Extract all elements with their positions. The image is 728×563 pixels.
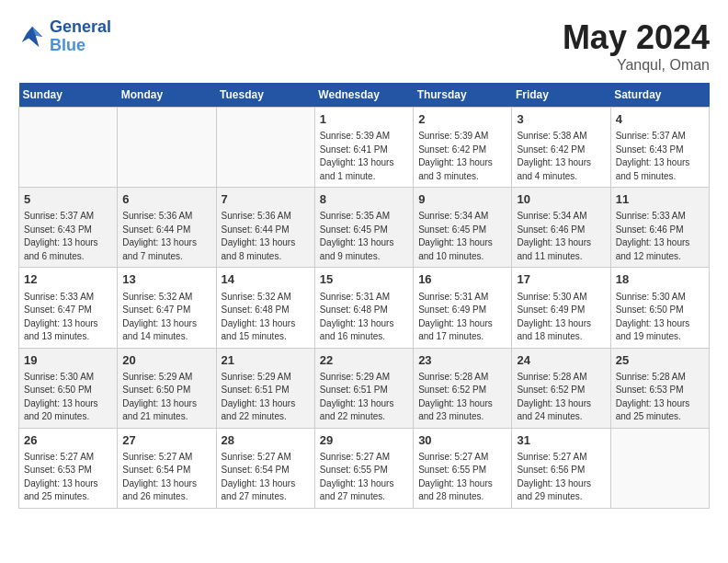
page-header: General Blue May 2024 Yanqul, Oman [18, 18, 710, 74]
weekday-header-thursday: Thursday [414, 83, 512, 108]
day-number: 25 [616, 352, 704, 369]
day-number: 20 [122, 352, 210, 369]
day-number: 1 [320, 111, 408, 128]
weekday-header-row: SundayMondayTuesdayWednesdayThursdayFrid… [19, 83, 710, 108]
day-info: Sunrise: 5:34 AMSunset: 6:46 PMDaylight:… [517, 210, 605, 263]
day-number: 21 [222, 352, 310, 369]
day-info: Sunrise: 5:32 AMSunset: 6:47 PMDaylight:… [122, 291, 210, 344]
calendar-week-5: 26Sunrise: 5:27 AMSunset: 6:53 PMDayligh… [19, 428, 710, 508]
calendar-cell [19, 108, 118, 188]
day-number: 3 [517, 111, 605, 128]
calendar-table: SundayMondayTuesdayWednesdayThursdayFrid… [18, 83, 710, 509]
day-info: Sunrise: 5:31 AMSunset: 6:48 PMDaylight:… [320, 291, 408, 344]
calendar-cell: 12Sunrise: 5:33 AMSunset: 6:47 PMDayligh… [19, 268, 118, 348]
day-info: Sunrise: 5:33 AMSunset: 6:46 PMDaylight:… [616, 210, 704, 263]
calendar-cell: 4Sunrise: 5:37 AMSunset: 6:43 PMDaylight… [610, 108, 709, 188]
day-info: Sunrise: 5:28 AMSunset: 6:52 PMDaylight:… [418, 371, 506, 424]
day-info: Sunrise: 5:38 AMSunset: 6:42 PMDaylight:… [517, 130, 605, 183]
day-info: Sunrise: 5:29 AMSunset: 6:50 PMDaylight:… [122, 371, 210, 424]
day-info: Sunrise: 5:30 AMSunset: 6:50 PMDaylight:… [616, 291, 704, 344]
day-info: Sunrise: 5:30 AMSunset: 6:49 PMDaylight:… [517, 291, 605, 344]
calendar-cell [118, 108, 216, 188]
day-number: 28 [222, 432, 310, 449]
day-number: 15 [320, 271, 408, 288]
month-year-title: May 2024 [563, 18, 710, 57]
calendar-cell: 8Sunrise: 5:35 AMSunset: 6:45 PMDaylight… [314, 188, 413, 268]
day-number: 12 [24, 271, 112, 288]
day-number: 19 [24, 352, 112, 369]
title-block: May 2024 Yanqul, Oman [563, 18, 710, 74]
day-info: Sunrise: 5:34 AMSunset: 6:45 PMDaylight:… [418, 210, 506, 263]
day-number: 30 [418, 432, 506, 449]
calendar-cell: 3Sunrise: 5:38 AMSunset: 6:42 PMDaylight… [512, 108, 610, 188]
day-info: Sunrise: 5:27 AMSunset: 6:54 PMDaylight:… [222, 451, 310, 504]
day-info: Sunrise: 5:27 AMSunset: 6:55 PMDaylight:… [418, 451, 506, 504]
location-title: Yanqul, Oman [563, 57, 710, 74]
day-number: 16 [418, 271, 506, 288]
day-number: 23 [418, 352, 506, 369]
day-number: 17 [517, 271, 605, 288]
day-number: 29 [320, 432, 408, 449]
logo: General Blue [18, 18, 111, 55]
weekday-header-monday: Monday [118, 83, 216, 108]
calendar-cell: 14Sunrise: 5:32 AMSunset: 6:48 PMDayligh… [216, 268, 314, 348]
weekday-header-wednesday: Wednesday [314, 83, 413, 108]
day-number: 22 [320, 352, 408, 369]
day-number: 18 [616, 271, 704, 288]
calendar-week-4: 19Sunrise: 5:30 AMSunset: 6:50 PMDayligh… [19, 348, 710, 428]
day-number: 11 [616, 191, 704, 208]
weekday-header-friday: Friday [512, 83, 610, 108]
weekday-header-sunday: Sunday [19, 83, 118, 108]
day-number: 8 [320, 191, 408, 208]
day-number: 4 [616, 111, 704, 128]
day-number: 27 [122, 432, 210, 449]
calendar-cell: 10Sunrise: 5:34 AMSunset: 6:46 PMDayligh… [512, 188, 610, 268]
day-info: Sunrise: 5:27 AMSunset: 6:55 PMDaylight:… [320, 451, 408, 504]
calendar-cell: 1Sunrise: 5:39 AMSunset: 6:41 PMDaylight… [314, 108, 413, 188]
day-info: Sunrise: 5:29 AMSunset: 6:51 PMDaylight:… [320, 371, 408, 424]
day-info: Sunrise: 5:39 AMSunset: 6:41 PMDaylight:… [320, 130, 408, 183]
calendar-cell: 30Sunrise: 5:27 AMSunset: 6:55 PMDayligh… [414, 428, 512, 508]
day-info: Sunrise: 5:39 AMSunset: 6:42 PMDaylight:… [418, 130, 506, 183]
calendar-cell: 21Sunrise: 5:29 AMSunset: 6:51 PMDayligh… [216, 348, 314, 428]
calendar-week-2: 5Sunrise: 5:37 AMSunset: 6:43 PMDaylight… [19, 188, 710, 268]
calendar-cell: 13Sunrise: 5:32 AMSunset: 6:47 PMDayligh… [118, 268, 216, 348]
calendar-cell: 17Sunrise: 5:30 AMSunset: 6:49 PMDayligh… [512, 268, 610, 348]
calendar-cell: 25Sunrise: 5:28 AMSunset: 6:53 PMDayligh… [610, 348, 709, 428]
logo-icon [18, 23, 46, 51]
calendar-cell: 5Sunrise: 5:37 AMSunset: 6:43 PMDaylight… [19, 188, 118, 268]
calendar-cell: 19Sunrise: 5:30 AMSunset: 6:50 PMDayligh… [19, 348, 118, 428]
day-info: Sunrise: 5:35 AMSunset: 6:45 PMDaylight:… [320, 210, 408, 263]
calendar-week-1: 1Sunrise: 5:39 AMSunset: 6:41 PMDaylight… [19, 108, 710, 188]
day-number: 31 [517, 432, 605, 449]
calendar-cell: 15Sunrise: 5:31 AMSunset: 6:48 PMDayligh… [314, 268, 413, 348]
calendar-week-3: 12Sunrise: 5:33 AMSunset: 6:47 PMDayligh… [19, 268, 710, 348]
calendar-cell: 6Sunrise: 5:36 AMSunset: 6:44 PMDaylight… [118, 188, 216, 268]
day-number: 2 [418, 111, 506, 128]
calendar-cell: 24Sunrise: 5:28 AMSunset: 6:52 PMDayligh… [512, 348, 610, 428]
weekday-header-tuesday: Tuesday [216, 83, 314, 108]
logo-text: General Blue [50, 18, 111, 55]
weekday-header-saturday: Saturday [610, 83, 709, 108]
calendar-cell [610, 428, 709, 508]
calendar-cell: 7Sunrise: 5:36 AMSunset: 6:44 PMDaylight… [216, 188, 314, 268]
svg-marker-0 [22, 27, 43, 48]
day-number: 14 [222, 271, 310, 288]
day-number: 24 [517, 352, 605, 369]
day-number: 5 [24, 191, 112, 208]
day-info: Sunrise: 5:36 AMSunset: 6:44 PMDaylight:… [222, 210, 310, 263]
calendar-cell [216, 108, 314, 188]
calendar-cell: 27Sunrise: 5:27 AMSunset: 6:54 PMDayligh… [118, 428, 216, 508]
calendar-cell: 16Sunrise: 5:31 AMSunset: 6:49 PMDayligh… [414, 268, 512, 348]
day-info: Sunrise: 5:30 AMSunset: 6:50 PMDaylight:… [24, 371, 112, 424]
calendar-cell: 20Sunrise: 5:29 AMSunset: 6:50 PMDayligh… [118, 348, 216, 428]
calendar-cell: 29Sunrise: 5:27 AMSunset: 6:55 PMDayligh… [314, 428, 413, 508]
day-info: Sunrise: 5:27 AMSunset: 6:53 PMDaylight:… [24, 451, 112, 504]
day-info: Sunrise: 5:33 AMSunset: 6:47 PMDaylight:… [24, 291, 112, 344]
day-info: Sunrise: 5:28 AMSunset: 6:53 PMDaylight:… [616, 371, 704, 424]
day-info: Sunrise: 5:28 AMSunset: 6:52 PMDaylight:… [517, 371, 605, 424]
calendar-cell: 23Sunrise: 5:28 AMSunset: 6:52 PMDayligh… [414, 348, 512, 428]
calendar-cell: 22Sunrise: 5:29 AMSunset: 6:51 PMDayligh… [314, 348, 413, 428]
day-number: 6 [122, 191, 210, 208]
calendar-cell: 11Sunrise: 5:33 AMSunset: 6:46 PMDayligh… [610, 188, 709, 268]
